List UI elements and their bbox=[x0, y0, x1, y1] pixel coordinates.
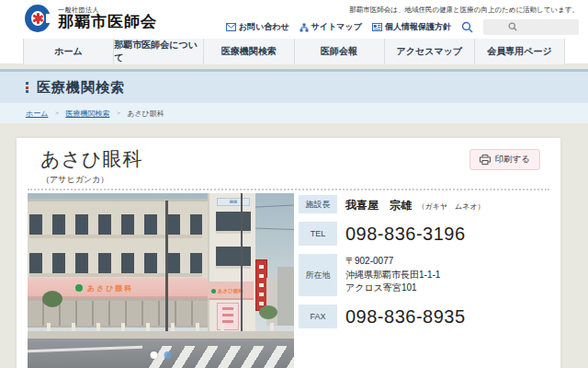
address-line: 沖縄県那覇市長田1-1-1 bbox=[345, 269, 548, 282]
breadcrumb-separator: ＞ bbox=[53, 109, 60, 118]
global-nav: ホーム 那覇市医師会について 医療機関検索 医師会報 アクセスマップ 会員専用ペ… bbox=[0, 39, 588, 64]
clinic-name-kana: （アサヒガンカ） bbox=[41, 174, 108, 186]
photo-shrub bbox=[259, 305, 277, 319]
address-label: 所在地 bbox=[299, 254, 337, 296]
search-input[interactable] bbox=[483, 19, 579, 35]
page: 一般社団法人 那覇市医師会 那覇市医師会は、地域住民の健康と医療の向上のために活… bbox=[0, 0, 588, 368]
nav-item-access-map[interactable]: アクセスマップ bbox=[385, 39, 475, 64]
page-title: 医療機関検索 bbox=[37, 79, 125, 97]
breadcrumb-home[interactable]: ホーム bbox=[26, 109, 48, 119]
printer-icon bbox=[480, 155, 491, 165]
photo-carousel-dots bbox=[151, 351, 172, 359]
detail-row-tel: TEL 098-836-3196 bbox=[299, 222, 548, 246]
header-tagline: 那覇市医師会は、地域住民の健康と医療の向上のために活動しています。 bbox=[349, 6, 579, 15]
postal-code: 〒902-0077 bbox=[345, 255, 548, 269]
clinic-sign-logo-icon bbox=[75, 284, 83, 292]
nav-item-home[interactable]: ホーム bbox=[24, 39, 114, 64]
sitemap-link[interactable]: サイトマップ bbox=[300, 21, 362, 33]
detail-row-address: 所在地 〒902-0077 沖縄県那覇市長田1-1-1 アクロス寄宮101 bbox=[299, 254, 548, 296]
nav-item-bulletin[interactable]: 医師会報 bbox=[295, 39, 385, 64]
breadcrumb-section[interactable]: 医療機関検索 bbox=[65, 109, 109, 119]
divider bbox=[28, 189, 549, 190]
site-header: 一般社団法人 那覇市医師会 那覇市医師会は、地域住民の健康と医療の向上のために活… bbox=[0, 0, 588, 39]
breadcrumb-separator: ＞ bbox=[115, 109, 121, 118]
director-name: 我喜屋 宗雄 bbox=[345, 199, 412, 212]
fax-label: FAX bbox=[299, 305, 337, 328]
sitemap-icon bbox=[300, 23, 309, 32]
fax-number: 098-836-8935 bbox=[345, 306, 548, 328]
contact-link[interactable]: お問い合わせ bbox=[226, 21, 289, 33]
detail-row-director: 施設長 我喜屋 宗雄 （ガキヤ ムネオ） bbox=[299, 195, 548, 213]
tel-number: 098-836-3196 bbox=[345, 224, 548, 245]
clinic-detail-card: あさひ眼科 （アサヒガンカ） 印刷する あさひ眼科 ⊞⊞ bbox=[17, 138, 560, 368]
clinic-sign-logo-icon bbox=[211, 289, 216, 293]
privacy-policy-link[interactable]: 個人情報保護方針 bbox=[372, 21, 451, 33]
photo-utility-pole bbox=[165, 201, 168, 335]
search-box bbox=[483, 19, 579, 35]
nav-item-facility-search[interactable]: 医療機関検索 bbox=[204, 39, 294, 64]
mail-icon bbox=[226, 23, 236, 31]
nav-item-about[interactable]: 那覇市医師会について bbox=[114, 39, 204, 64]
photo-utility-pole bbox=[241, 193, 243, 337]
director-kana: （ガキヤ ムネオ） bbox=[417, 202, 484, 211]
detail-row-fax: FAX 098-836-8935 bbox=[299, 305, 548, 328]
breadcrumb-current: あさひ眼科 bbox=[127, 109, 164, 119]
photo-tower-sign: ⊞⊞ bbox=[217, 198, 250, 206]
print-button[interactable]: 印刷する bbox=[469, 149, 540, 170]
nav-item-members-page[interactable]: 会員専用ページ bbox=[475, 39, 565, 64]
page-title-band: 医療機関検索 bbox=[0, 69, 588, 103]
site-logo[interactable]: 一般社団法人 那覇市医師会 bbox=[25, 4, 157, 33]
title-marker-icon bbox=[26, 82, 28, 94]
clinic-details: 施設長 我喜屋 宗雄 （ガキヤ ムネオ） TEL 098-836-3196 所在… bbox=[299, 195, 548, 337]
org-name: 那覇市医師会 bbox=[58, 14, 157, 31]
director-label: 施設長 bbox=[299, 195, 337, 213]
search-icon[interactable] bbox=[461, 21, 473, 33]
breadcrumb: ホーム ＞ 医療機関検索 ＞ あさひ眼科 bbox=[0, 103, 588, 123]
clinic-name: あさひ眼科 bbox=[40, 146, 142, 172]
carousel-dot-active[interactable] bbox=[151, 351, 158, 359]
id-card-icon bbox=[372, 23, 382, 31]
photo-background-building bbox=[277, 267, 294, 326]
carousel-dot[interactable] bbox=[164, 351, 172, 359]
photo-shrub bbox=[42, 291, 62, 307]
utility-nav: お問い合わせ サイトマップ 個人情報保護方針 bbox=[226, 19, 579, 35]
photo-clinic-sign-2: あさひ眼科 bbox=[209, 282, 254, 300]
clinic-photo[interactable]: あさひ眼科 ⊞⊞ あさひ眼科 bbox=[28, 193, 294, 368]
tel-label: TEL bbox=[299, 222, 337, 246]
medical-association-logo-icon bbox=[25, 4, 52, 33]
address-line: アクロス寄宮101 bbox=[345, 282, 548, 295]
